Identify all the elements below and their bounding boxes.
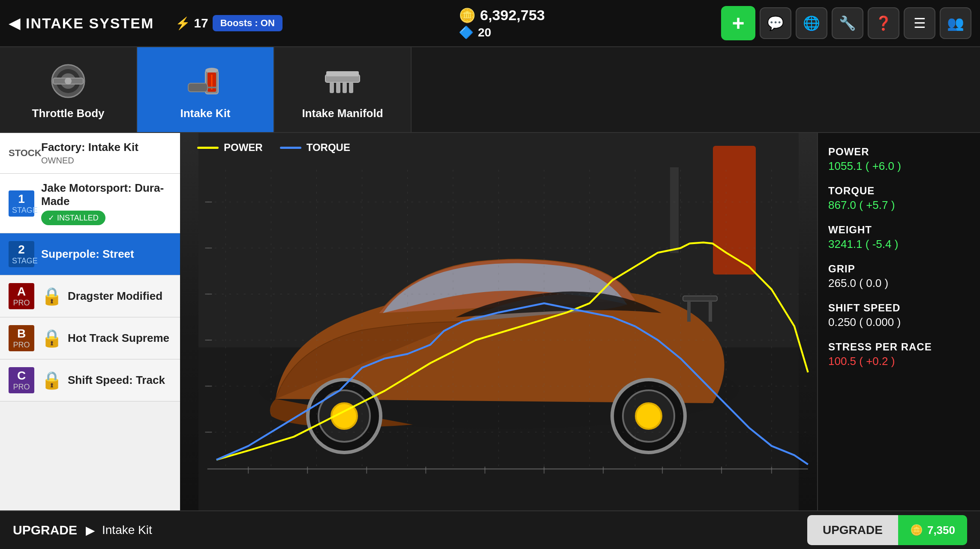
bottom-bar: UPGRADE ▶ Intake Kit UPGRADE 🪙 7,350 — [0, 510, 980, 549]
upgrade-item-name: Intake Kit — [102, 523, 152, 537]
page-title: INTAKE SYSTEM — [26, 15, 154, 32]
stage-a-info: Dragster Modified — [68, 290, 171, 303]
help-button[interactable]: ❓ — [868, 7, 899, 39]
tab-intake-kit[interactable]: Intake Kit — [137, 47, 274, 132]
right-stats: POWER 1055.1 ( +6.0 ) TORQUE 867.0 ( +5.… — [817, 133, 980, 510]
stage-c-badge: C PRO — [9, 367, 34, 393]
intake-kit-label: Intake Kit — [180, 107, 230, 120]
svg-rect-13 — [336, 82, 340, 93]
lightning-value: 17 — [194, 16, 208, 30]
back-arrow-icon: ◀ — [9, 14, 21, 32]
stage-c-word: PRO — [10, 383, 33, 392]
throttle-body-label: Throttle Body — [32, 107, 105, 120]
torque-legend-label: TORQUE — [307, 142, 350, 154]
weight-stat: WEIGHT 3241.1 ( -5.4 ) — [828, 224, 970, 251]
stage-b-word: PRO — [10, 341, 33, 350]
list-item-stage2[interactable]: 2 STAGE Superpole: Street — [0, 233, 180, 275]
throttle-body-icon — [49, 60, 87, 103]
torque-stat: TORQUE 867.0 ( +5.7 ) — [828, 185, 970, 212]
grip-value: 265.0 ( 0.0 ) — [828, 277, 970, 290]
list-item-stock[interactable]: STOCK Factory: Intake Kit OWNED — [0, 133, 180, 174]
stock-sub: OWNED — [41, 156, 171, 166]
svg-rect-14 — [343, 82, 347, 93]
chat-button[interactable]: 💬 — [760, 7, 791, 39]
coin-icon: 🪙 — [459, 7, 476, 24]
currency-block: 🪙 6,392,753 🔷 20 — [459, 7, 545, 39]
shift-speed-stat: SHIFT SPEED 0.250 ( 0.000 ) — [828, 302, 970, 329]
lock-icon-b: 🔒 — [41, 328, 63, 348]
weight-label: WEIGHT — [828, 224, 970, 236]
stage-a-badge: A PRO — [9, 283, 34, 309]
stage1-badge: 1 STAGE — [9, 190, 34, 217]
stage-b-badge: B PRO — [9, 325, 34, 351]
stage1-info: Jake Motorsport: Dura-Made ✓ INSTALLED — [41, 181, 171, 225]
power-stat: POWER 1055.1 ( +6.0 ) — [828, 146, 970, 173]
svg-point-4 — [65, 78, 72, 84]
tab-throttle-body[interactable]: Throttle Body — [0, 47, 137, 132]
globe-button[interactable]: 🌐 — [796, 7, 827, 39]
stock-info: Factory: Intake Kit OWNED — [41, 141, 171, 166]
stage-c-info: Shift Speed: Track — [68, 374, 171, 387]
stress-value: 100.5 ( +0.2 ) — [828, 355, 970, 368]
price-button[interactable]: 🪙 7,350 — [898, 515, 967, 545]
installed-label: INSTALLED — [57, 214, 99, 223]
stage-b-letter: B — [10, 327, 33, 341]
stress-stat: STRESS PER RACE 100.5 ( +0.2 ) — [828, 341, 970, 368]
power-legend-label: POWER — [224, 142, 263, 154]
grip-stat: GRIP 265.0 ( 0.0 ) — [828, 263, 970, 290]
category-tabs: Throttle Body Intake Kit — [0, 47, 980, 133]
coins-value: 6,392,753 — [480, 7, 545, 24]
torque-line — [280, 147, 301, 149]
intake-manifold-label: Intake Manifold — [302, 107, 383, 120]
boost-badge[interactable]: Boosts : ON — [213, 15, 283, 31]
shift-speed-value: 0.250 ( 0.000 ) — [828, 316, 970, 329]
list-item-stage-b[interactable]: B PRO 🔒 Hot Track Supreme — [0, 317, 180, 359]
list-item-stage-a[interactable]: A PRO 🔒 Dragster Modified — [0, 275, 180, 317]
lock-icon-a: 🔒 — [41, 286, 63, 306]
list-item-stage-c[interactable]: C PRO 🔒 Shift Speed: Track — [0, 359, 180, 401]
chart-legend: POWER TORQUE — [197, 142, 350, 154]
stage-a-name: Dragster Modified — [68, 290, 171, 303]
intake-kit-icon — [184, 60, 227, 103]
stage2-badge: 2 STAGE — [9, 241, 34, 267]
upgrade-label: UPGRADE — [13, 523, 77, 537]
power-line — [197, 147, 219, 149]
upgrade-button[interactable]: UPGRADE — [807, 515, 898, 545]
torque-value: 867.0 ( +5.7 ) — [828, 199, 970, 212]
menu-button[interactable]: ☰ — [904, 7, 935, 39]
power-label: POWER — [828, 146, 970, 158]
check-icon: ✓ — [48, 213, 54, 223]
stock-label: STOCK — [9, 148, 34, 159]
stage2-num: 2 — [12, 243, 31, 256]
play-icon: ▶ — [86, 523, 95, 537]
weight-value: 3241.1 ( -5.4 ) — [828, 238, 970, 251]
svg-rect-9 — [188, 83, 207, 92]
price-coin-icon: 🪙 — [910, 524, 923, 536]
svg-rect-15 — [349, 82, 353, 93]
stage-b-name: Hot Track Supreme — [68, 332, 171, 345]
lightning-section: ⚡ 17 — [175, 16, 208, 30]
currency-section: 🪙 6,392,753 🔷 20 — [283, 7, 721, 39]
stage-a-letter: A — [10, 285, 33, 299]
lightning-icon: ⚡ — [175, 16, 190, 30]
add-button[interactable]: + — [721, 6, 755, 40]
stage-c-letter: C — [10, 369, 33, 383]
tab-intake-manifold[interactable]: Intake Manifold — [274, 47, 412, 132]
stage-a-word: PRO — [10, 299, 33, 308]
list-item-stage1[interactable]: 1 STAGE Jake Motorsport: Dura-Made ✓ INS… — [0, 174, 180, 233]
chart-area: POWER TORQUE — [180, 133, 817, 510]
svg-point-6 — [205, 68, 218, 73]
users-button[interactable]: 👥 — [940, 7, 971, 39]
power-value: 1055.1 ( +6.0 ) — [828, 160, 970, 173]
stage2-word: STAGE — [12, 256, 31, 265]
main-content: STOCK Factory: Intake Kit OWNED 1 STAGE … — [0, 133, 980, 510]
stock-name: Factory: Intake Kit — [41, 141, 171, 154]
lock-icon-c: 🔒 — [41, 370, 63, 390]
stage1-word: STAGE — [12, 206, 31, 215]
intake-manifold-icon — [321, 60, 364, 103]
performance-chart — [180, 133, 817, 510]
wrench-button[interactable]: 🔧 — [832, 7, 863, 39]
back-button[interactable]: ◀ INTAKE SYSTEM — [9, 14, 154, 32]
top-right-icons: + 💬 🌐 🔧 ❓ ☰ 👥 — [721, 6, 971, 40]
svg-rect-16 — [326, 71, 359, 76]
